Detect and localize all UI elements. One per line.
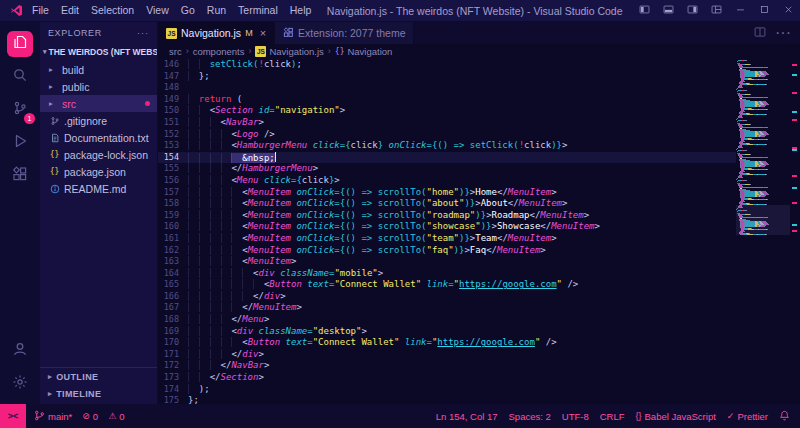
code-area: 146 setClick(!click);147 };148149 return…	[158, 58, 800, 404]
activity-run-debug[interactable]	[0, 126, 40, 159]
code-line-156[interactable]: 156 <Menu click={click}>	[158, 175, 736, 187]
menu-help[interactable]: Help	[284, 0, 318, 21]
extensions-icon	[7, 163, 33, 189]
code-line-150[interactable]: 150 <Section id="navigation">	[158, 105, 736, 117]
activity-search[interactable]	[0, 60, 40, 93]
panel-outline[interactable]: ▸OUTLINE	[40, 368, 157, 385]
minimap[interactable]	[736, 58, 790, 404]
code-line-160[interactable]: 160 <MenuItem onClick={() => scrollTo("s…	[158, 221, 736, 233]
menu-file[interactable]: File	[26, 0, 55, 21]
panel-bottom-button[interactable]	[656, 0, 680, 22]
panel-right-button[interactable]	[680, 0, 704, 22]
status-errors[interactable]: ⊘0	[82, 411, 98, 422]
vscode-logo-icon	[6, 4, 26, 17]
breadcrumb-src[interactable]: src	[169, 46, 182, 57]
code-line-168[interactable]: 168 </Menu>	[158, 314, 736, 326]
tab-navigation[interactable]: JSNavigation.jsM×	[158, 22, 275, 44]
status-cursor-position[interactable]: Ln 154, Col 17	[436, 411, 498, 422]
tree-item-readme-md[interactable]: README.md	[40, 180, 157, 197]
code-line-153[interactable]: 153 <HamburgerMenu click={click} onClick…	[158, 140, 736, 152]
code-line-146[interactable]: 146 setClick(!click);	[158, 59, 736, 71]
ruler-mark	[792, 74, 797, 76]
activity-source-control[interactable]: 1	[0, 93, 40, 126]
tree-item-public[interactable]: ▸public	[40, 78, 157, 95]
code-line-166[interactable]: 166 </div>	[158, 291, 736, 303]
more-actions-icon[interactable]: ···	[775, 24, 791, 42]
code-line-149[interactable]: 149 return (	[158, 94, 736, 106]
tab-extension[interactable]: Extension: 2077 theme	[275, 22, 414, 44]
symbol-icon: {}	[335, 47, 345, 56]
activity-accounts[interactable]	[0, 334, 40, 367]
code-line-165[interactable]: 165 <Button text="Connect Wallet" link="…	[158, 279, 736, 291]
code-line-169[interactable]: 169 <div className="desktop">	[158, 326, 736, 338]
status-notifications[interactable]	[779, 410, 790, 423]
menu-selection[interactable]: Selection	[85, 0, 140, 21]
panel-left-button[interactable]	[632, 0, 656, 22]
layout-button[interactable]	[704, 0, 728, 22]
code-line-158[interactable]: 158 <MenuItem onClick={() => scrollTo("a…	[158, 198, 736, 210]
tree-item-package-lock-json[interactable]: {}package-lock.json	[40, 146, 157, 163]
menu-terminal[interactable]: Terminal	[232, 0, 284, 21]
status-indentation[interactable]: Spaces: 2	[509, 411, 551, 422]
project-section-header[interactable]: ▾ THE WEIRDOS (NFT WEBSITE)	[40, 43, 157, 61]
status-language-mode[interactable]: {}Babel JavaScript	[636, 411, 716, 422]
code-line-147[interactable]: 147 };	[158, 71, 736, 83]
code-line-172[interactable]: 172 </NavBar>	[158, 360, 736, 372]
breadcrumb-components[interactable]: components	[193, 46, 245, 57]
tree-item-package-json[interactable]: {}package.json	[40, 163, 157, 180]
code-line-161[interactable]: 161 <MenuItem onClick={() => scrollTo("t…	[158, 233, 736, 245]
tree-item-src[interactable]: ▸src	[40, 95, 157, 112]
code-line-173[interactable]: 173 </Section>	[158, 372, 736, 384]
split-editor-icon[interactable]	[754, 24, 766, 42]
minimize-button[interactable]	[728, 0, 752, 22]
code-line-159[interactable]: 159 <MenuItem onClick={() => scrollTo("r…	[158, 210, 736, 222]
breadcrumb-navigation.js[interactable]: JSNavigation.js	[255, 46, 323, 57]
code-line-167[interactable]: 167 </MenuItem>	[158, 302, 736, 314]
code-line-170[interactable]: 170 <Button text="Connect Wallet" link="…	[158, 337, 736, 349]
code-line-155[interactable]: 155 </HamburgerMenu>	[158, 163, 736, 175]
code-editor[interactable]: 146 setClick(!click);147 };148149 return…	[158, 58, 736, 404]
indent-guide	[199, 175, 210, 185]
code-line-154[interactable]: 154 &nbsp;	[158, 152, 736, 164]
tree-item-documentation-txt[interactable]: Documentation.txt	[40, 129, 157, 146]
minimap-slider[interactable]	[736, 205, 790, 235]
status-formatter[interactable]: ✓Prettier	[727, 411, 768, 422]
indent-guide	[188, 302, 199, 312]
line-text: <MenuItem onClick={() => scrollTo("showc…	[188, 221, 600, 233]
code-line-157[interactable]: 157 <MenuItem onClick={() => scrollTo("h…	[158, 187, 736, 199]
menu-view[interactable]: View	[140, 0, 175, 21]
activity-extensions[interactable]	[0, 159, 40, 192]
indent-guide	[199, 349, 210, 359]
close-button[interactable]	[776, 0, 800, 22]
code-line-174[interactable]: 174 );	[158, 384, 736, 396]
tree-item--gitignore[interactable]: .gitignore	[40, 112, 157, 129]
status-encoding[interactable]: UTF-8	[562, 411, 589, 422]
tree-item-build[interactable]: ▸build	[40, 61, 157, 78]
account-icon	[7, 338, 33, 364]
menu-go[interactable]: Go	[175, 0, 201, 21]
code-line-175[interactable]: 175};	[158, 395, 736, 404]
code-line-171[interactable]: 171 </div>	[158, 349, 736, 361]
code-line-163[interactable]: 163 <MenuItem>	[158, 256, 736, 268]
code-line-152[interactable]: 152 <Logo />	[158, 129, 736, 141]
breadcrumb-navigation[interactable]: {}Navigation	[335, 46, 393, 57]
activity-explorer[interactable]	[0, 27, 40, 60]
indent-guide	[199, 140, 210, 150]
code-line-148[interactable]: 148	[158, 82, 736, 94]
menu-edit[interactable]: Edit	[55, 0, 85, 21]
panel-timeline[interactable]: ▸TIMELINE	[40, 385, 157, 402]
more-actions-icon[interactable]: ···	[137, 28, 149, 38]
layout-icon	[711, 4, 722, 17]
code-line-151[interactable]: 151 <NavBar>	[158, 117, 736, 129]
indent-guide	[188, 153, 199, 163]
menu-run[interactable]: Run	[201, 0, 232, 21]
code-line-164[interactable]: 164 <div className="mobile">	[158, 268, 736, 280]
remote-indicator[interactable]: ><	[0, 404, 26, 428]
close-icon[interactable]: ×	[260, 27, 266, 39]
status-eol[interactable]: CRLF	[600, 411, 625, 422]
code-line-162[interactable]: 162 <MenuItem onClick={() => scrollTo("f…	[158, 245, 736, 257]
activity-manage[interactable]	[0, 367, 40, 400]
status-git-branch[interactable]: main*	[34, 410, 72, 423]
status-warnings[interactable]: ⚠0	[108, 411, 124, 422]
maximize-button[interactable]	[752, 0, 776, 22]
